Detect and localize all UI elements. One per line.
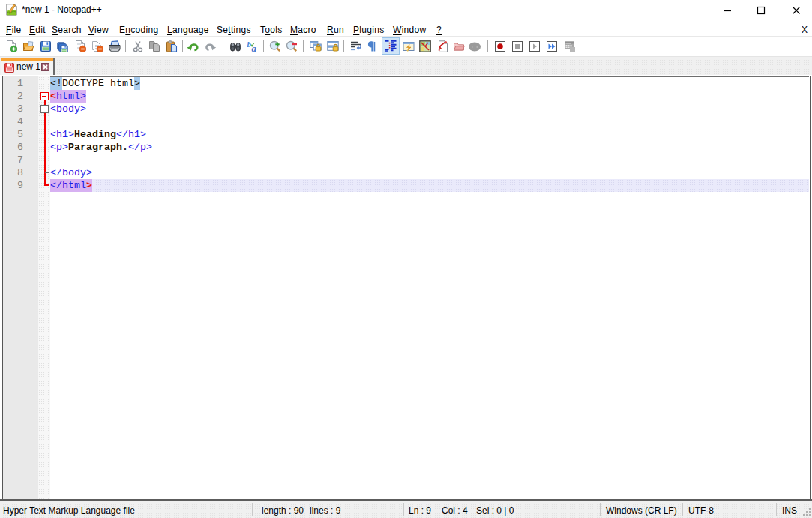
svg-text:a: a (252, 43, 257, 52)
